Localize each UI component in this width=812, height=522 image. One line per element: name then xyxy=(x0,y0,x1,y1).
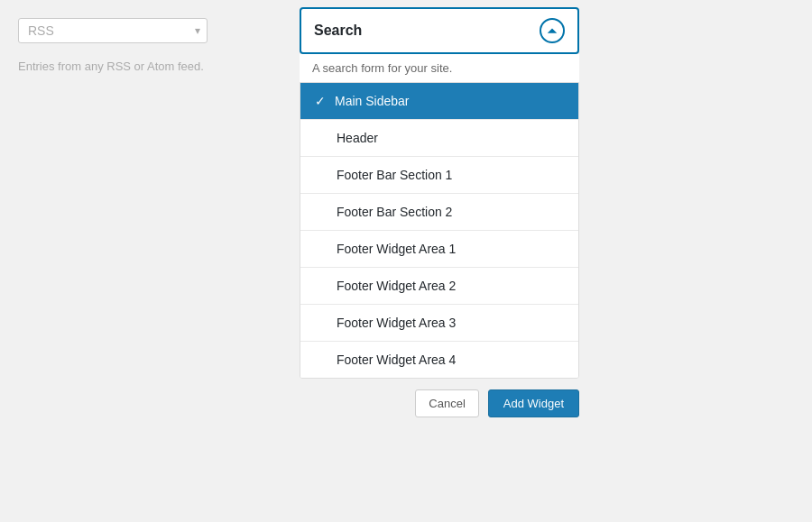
list-item[interactable]: ✓ Main Sidebar xyxy=(300,83,578,120)
list-item-label: Footer Widget Area 2 xyxy=(337,279,564,293)
search-title: Search xyxy=(314,23,362,39)
search-description: A search form for your site. xyxy=(300,54,579,82)
collapse-button[interactable] xyxy=(540,18,565,43)
dropdown-list: ✓ Main SidebarHeaderFooter Bar Section 1… xyxy=(300,82,579,379)
widget-modal: Search A search form for your site. ✓ Ma… xyxy=(300,7,579,417)
cancel-button[interactable]: Cancel xyxy=(415,389,478,417)
list-item-label: Footer Bar Section 2 xyxy=(337,205,564,219)
page-background: RSS ▾ Entries from any RSS or Atom feed.… xyxy=(0,0,812,522)
list-item-label: Main Sidebar xyxy=(335,94,564,108)
list-item-label: Header xyxy=(337,131,564,145)
modal-overlay: Search A search form for your site. ✓ Ma… xyxy=(0,0,812,522)
chevron-up-icon xyxy=(546,24,558,37)
list-item-label: Footer Widget Area 4 xyxy=(337,353,564,367)
list-item[interactable]: Footer Bar Section 2 xyxy=(300,194,578,231)
list-item[interactable]: Footer Widget Area 1 xyxy=(300,231,578,268)
dropdown-scrollable[interactable]: ✓ Main SidebarHeaderFooter Bar Section 1… xyxy=(300,83,578,378)
modal-footer: Cancel Add Widget xyxy=(300,379,579,417)
list-item[interactable]: Footer Widget Area 4 xyxy=(300,342,578,378)
list-item[interactable]: Footer Bar Section 1 xyxy=(300,157,578,194)
checkmark-icon: ✓ xyxy=(315,94,326,108)
list-item[interactable]: Footer Widget Area 2 xyxy=(300,268,578,305)
list-item-label: Footer Widget Area 1 xyxy=(337,242,564,256)
list-item-label: Footer Widget Area 3 xyxy=(337,316,564,330)
add-widget-button[interactable]: Add Widget xyxy=(488,389,579,417)
list-item[interactable]: Header xyxy=(300,120,578,157)
list-item-label: Footer Bar Section 1 xyxy=(337,168,564,182)
list-item[interactable]: Footer Widget Area 3 xyxy=(300,305,578,342)
search-header: Search xyxy=(300,7,579,54)
